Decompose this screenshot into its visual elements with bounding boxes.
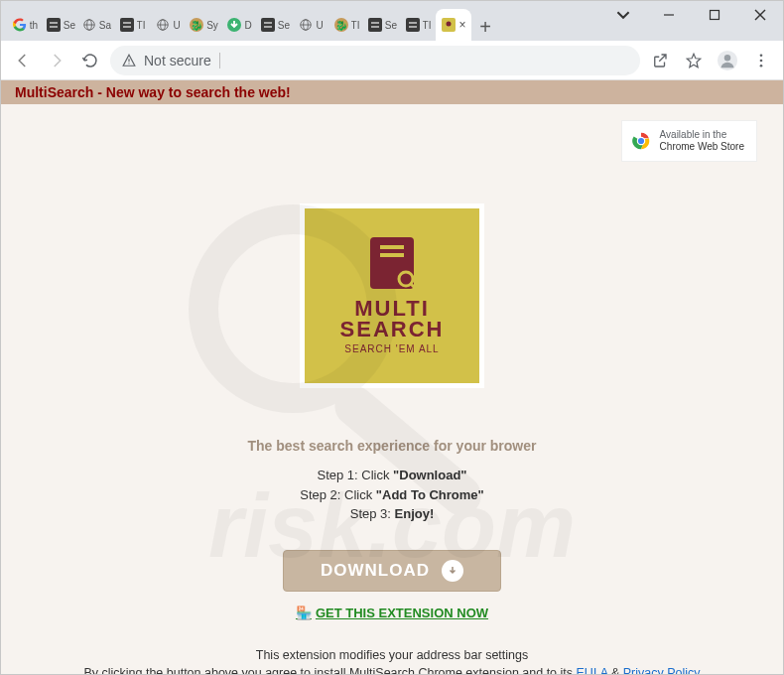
svg-rect-0 [47,18,61,32]
new-tab-button[interactable]: + [471,13,499,41]
tab-label: Se [385,20,397,31]
tab-close-icon[interactable]: × [458,18,465,32]
tab-label: TI [137,20,146,31]
tab-favicon: 🐉 [189,17,204,33]
profile-icon[interactable] [714,47,741,74]
svg-rect-7 [123,22,131,24]
download-button[interactable]: DOWNLOAD [283,550,501,592]
eula-link[interactable]: EULA [577,666,608,675]
browser-tab[interactable]: 🐉TI [328,9,364,41]
security-label: Not secure [144,53,211,68]
tab-favicon [226,17,242,33]
reload-button[interactable] [76,47,104,74]
disclaimer-line2: By clicking the button above you agree t… [1,664,783,675]
step-1: Step 1: Click "Download" [1,466,783,485]
logo-line2: SEARCH [340,320,445,340]
tab-favicon [12,17,28,33]
svg-text:🐉: 🐉 [335,19,348,32]
svg-rect-8 [123,26,131,28]
not-secure-icon [122,54,136,68]
svg-rect-16 [264,22,272,24]
browser-tab[interactable]: U [293,9,328,41]
browser-tab[interactable]: TI [114,9,150,41]
svg-point-39 [760,54,763,57]
document-search-icon [370,237,414,289]
browser-tab[interactable]: Sa [78,9,114,41]
svg-rect-6 [120,18,134,32]
bookmark-star-icon[interactable] [680,47,708,74]
svg-rect-17 [264,26,272,28]
disclaimer: This extension modifies your address bar… [1,646,783,676]
tab-label: Sa [99,20,111,31]
window-maximize-icon[interactable] [692,1,737,29]
svg-rect-25 [371,26,379,28]
step-2: Step 2: Click "Add To Chrome" [1,485,783,505]
tab-favicon [298,17,314,33]
download-arrow-icon [442,560,463,582]
tab-favicon [367,17,383,33]
share-icon[interactable] [646,47,674,74]
window-minimize-icon[interactable] [646,1,692,29]
tab-label: TI [423,20,432,31]
omnibox-divider [219,53,220,68]
kebab-menu-icon[interactable] [747,47,775,74]
browser-tab[interactable]: Se [364,9,400,41]
svg-point-41 [760,64,763,67]
browser-tab[interactable]: th [7,9,43,41]
download-label: DOWNLOAD [321,561,430,581]
headline: The best search experience for your brow… [1,438,783,454]
window-chevron-icon[interactable] [600,1,646,29]
browser-tab[interactable]: D [221,9,257,41]
address-bar: Not secure [1,41,783,80]
omnibox[interactable]: Not secure [110,46,640,75]
tab-favicon [119,17,135,33]
browser-tab[interactable]: U [150,9,186,41]
tab-favicon [260,17,276,33]
back-button[interactable] [9,47,37,74]
product-logo: MULTI SEARCH SEARCH 'EM ALL [300,203,484,388]
banner: MultiSearch - New way to search the web! [1,80,783,104]
tab-favicon [46,17,62,33]
browser-tab[interactable]: Se [43,9,78,41]
step-3: Step 3: Enjoy! [1,504,783,524]
disclaimer-line1: This extension modifies your address bar… [1,646,783,665]
svg-line-49 [411,284,417,290]
svg-point-48 [399,272,413,286]
forward-button [43,47,70,74]
tab-label: U [316,20,323,31]
svg-rect-32 [711,11,719,20]
svg-rect-15 [261,18,275,32]
get-extension-link[interactable]: 🏪 GET THIS EXTENSION NOW [1,606,783,620]
svg-rect-28 [409,26,417,28]
svg-text:🐉: 🐉 [191,19,203,32]
webstore-line2: Chrome Web Store [660,141,744,153]
tab-label: Se [64,20,75,31]
tab-label: Se [278,20,290,31]
browser-tab[interactable]: Se [257,9,293,41]
store-bag-icon: 🏪 [296,606,312,620]
window-controls [600,1,783,41]
logo-tagline: SEARCH 'EM ALL [344,343,439,354]
window-close-icon[interactable] [737,1,783,29]
svg-point-40 [760,59,763,62]
svg-point-38 [724,55,730,61]
chrome-icon [630,130,652,152]
tab-favicon [155,17,171,33]
privacy-link[interactable]: Privacy Policy [623,666,701,675]
browser-tab-active[interactable]: × [436,9,471,41]
tab-label: TI [351,20,360,31]
tab-label: D [244,20,251,31]
tab-favicon [405,17,421,33]
svg-rect-24 [371,22,379,24]
tab-favicon: 🐉 [333,17,349,33]
svg-rect-1 [50,22,58,24]
banner-text: MultiSearch - New way to search the web! [15,84,291,100]
svg-rect-26 [406,18,420,32]
steps: Step 1: Click "Download" Step 2: Click "… [1,466,783,524]
chrome-web-store-badge[interactable]: Available in the Chrome Web Store [621,120,757,162]
tabs-strip: thSeSaTIU🐉SyDSeU🐉TISeTI×+ [1,9,600,41]
webstore-line1: Available in the [660,129,744,141]
svg-rect-23 [368,18,382,32]
browser-tab[interactable]: TI [400,9,436,41]
browser-tab[interactable]: 🐉Sy [186,9,221,41]
